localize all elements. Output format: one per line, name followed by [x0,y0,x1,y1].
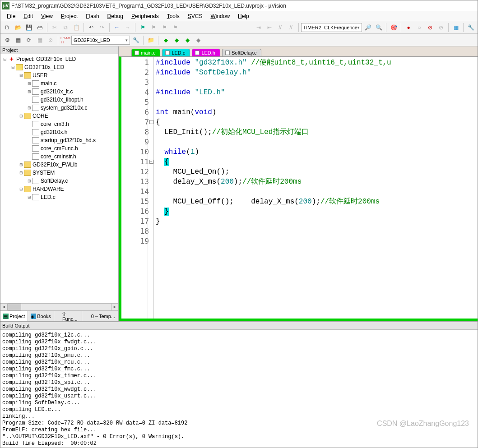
tree-node[interactable]: ⊟SYSTEM [0,169,118,177]
code-line[interactable] [156,226,476,236]
tree-node[interactable]: core_cmFunc.h [0,144,118,152]
save-all-icon[interactable]: 🗃 [35,23,45,32]
tree-node[interactable]: ⊞LED.c [0,193,118,201]
breakpoint-icon[interactable]: ● [404,23,413,32]
code-editor[interactable]: 12345678910111213141516171819−− #include… [119,56,478,319]
tree-node[interactable]: core_cmInstr.h [0,152,118,161]
code-line[interactable]: #include "gd32f10x.h" //使能uint8_t,uint16… [156,58,476,68]
pack2-icon[interactable]: ◆ [172,35,181,45]
code-line[interactable]: while(1) [156,147,476,157]
expand-icon[interactable]: ⊞ [19,162,24,167]
tree-node[interactable]: core_cm3.h [0,120,118,128]
tree-node[interactable]: gd32f10x.h [0,128,118,136]
menu-svcs[interactable]: SVCS [184,12,206,20]
tree-node[interactable]: ⊞GD32F10x_FWLib [0,161,118,169]
collapse-icon[interactable]: ⊟ [19,187,24,191]
menu-help[interactable]: Help [234,12,253,20]
rebuild-icon[interactable]: ⟳ [24,35,34,45]
tree-node[interactable]: gd32f10x_libopt.h [0,96,118,104]
build-output[interactable]: compiling gd32f10x_i2c.c... compiling gd… [0,330,478,448]
expand-icon[interactable]: ⊞ [27,195,32,199]
menu-flash[interactable]: Flash [82,12,102,20]
code-line[interactable]: #include "SoftDelay.h" [156,68,476,78]
pack-icon[interactable]: ◆ [161,35,171,45]
code-line[interactable] [156,236,476,246]
open-icon[interactable]: 📂 [13,23,23,32]
tree-node[interactable]: ⊞SoftDelay.c [0,177,118,185]
scroll-right-icon[interactable]: ► [111,304,118,310]
window-icon[interactable]: ▦ [451,23,461,32]
manage-icon[interactable]: 📁 [146,35,156,45]
collapse-icon[interactable]: ⊟ [19,114,24,118]
code-line[interactable] [156,137,476,147]
editor-tab-led-c[interactable]: LED.c [162,49,190,56]
expand-icon[interactable]: ⊞ [27,106,32,110]
tree-node[interactable]: ⊞system_gd32f10x.c [0,104,118,112]
collapse-icon[interactable]: ⊟ [10,65,16,69]
target-combo[interactable]: GD32F10x_LED [71,36,130,45]
code-line[interactable]: #include "LED.h" [156,88,476,97]
editor-tab-softdelay-c[interactable]: SoftDelay.c [222,49,261,56]
fold-icon[interactable]: − [149,160,153,164]
sidebar-tab-temp[interactable]: 0→Temp... [82,311,118,321]
tree-node[interactable]: ⊟CORE [0,112,118,120]
code-line[interactable]: } [156,217,476,226]
menu-project[interactable]: Project [57,12,81,20]
menu-file[interactable]: File [3,12,19,20]
tree-node[interactable]: ⊞gd32f10x_it.c [0,88,118,96]
fold-icon[interactable]: − [149,120,153,124]
undo-icon[interactable]: ↶ [86,23,96,32]
find-icon[interactable]: 🔍 [374,23,384,32]
editor-tab-main-c[interactable]: main.c [131,49,160,56]
menu-view[interactable]: View [37,12,56,20]
h-scrollbar[interactable]: ◄ ► [0,303,118,310]
code-line[interactable] [156,78,476,88]
code-line[interactable]: { [156,117,476,127]
code-line[interactable] [156,187,476,197]
tree-node[interactable]: ⊟✦Project: GD32F10x_LED [0,55,118,63]
code-line[interactable]: LED_Init();//初始化MCU_Led指示灯端口 [156,127,476,137]
pack3-icon[interactable]: ◆ [182,35,192,45]
code-line[interactable]: int main(void) [156,107,476,117]
expand-icon[interactable]: ⊞ [27,89,32,94]
code-line[interactable]: } [156,207,476,217]
editor-tab-led-h[interactable]: LED.h [192,49,220,56]
build-icon[interactable]: ▦ [13,35,23,45]
find-in-files-icon[interactable]: 🔎 [363,23,373,32]
tree-node[interactable]: startup_gd32f10x_hd.s [0,136,118,144]
menu-peripherals[interactable]: Peripherals [128,12,162,20]
expand-icon[interactable]: ⊞ [27,81,32,86]
expand-icon[interactable]: ⊞ [27,179,32,183]
options-icon[interactable]: 🔧 [131,35,141,45]
sidebar-tab-books[interactable]: ◈Books [28,311,54,321]
code-content[interactable]: #include "gd32f10x.h" //使能uint8_t,uint16… [154,57,478,319]
back-icon[interactable]: ← [112,23,122,32]
pack4-icon[interactable]: ◆ [193,35,203,45]
download-icon[interactable]: LOAD↓↓ [60,35,70,45]
menu-tools[interactable]: Tools [163,12,183,20]
collapse-icon[interactable]: ⊟ [2,57,8,61]
bookmark-icon[interactable]: ⚑ [138,23,148,32]
debug-icon[interactable]: 🎯 [389,23,399,32]
tree-node[interactable]: ⊟USER [0,71,118,79]
menu-debug[interactable]: Debug [104,12,127,20]
scroll-thumb[interactable] [8,304,21,310]
collapse-icon[interactable]: ⊟ [19,171,24,175]
tree-node[interactable]: ⊟GD32F10x_LED [0,63,118,71]
project-tree[interactable]: ⊟✦Project: GD32F10x_LED⊟GD32F10x_LED⊟USE… [0,54,118,303]
sidebar-tab-func[interactable]: {} Func... [54,311,82,321]
code-line[interactable]: delay_X_ms(200);//软件延时200ms [156,177,476,187]
config-icon[interactable]: 🔧 [466,23,476,32]
new-file-icon[interactable]: 🗋 [2,23,12,32]
menu-window[interactable]: Window [207,12,233,20]
tree-node[interactable]: ⊞main.c [0,79,118,88]
code-line[interactable]: MCU_Led_Off(); delay_X_ms(200);//软件延时200… [156,197,476,207]
translate-icon[interactable]: ⚙ [2,35,12,45]
menu-edit[interactable]: Edit [20,12,37,20]
collapse-icon[interactable]: ⊟ [19,73,24,78]
find-combo[interactable]: TIMER2_CLKFrequence [301,23,362,32]
code-line[interactable]: { [156,157,476,167]
tree-node[interactable]: ⊟HARDWARE [0,185,118,193]
save-icon[interactable]: 💾 [24,23,34,32]
code-line[interactable]: MCU_Led_On(); [156,167,476,177]
